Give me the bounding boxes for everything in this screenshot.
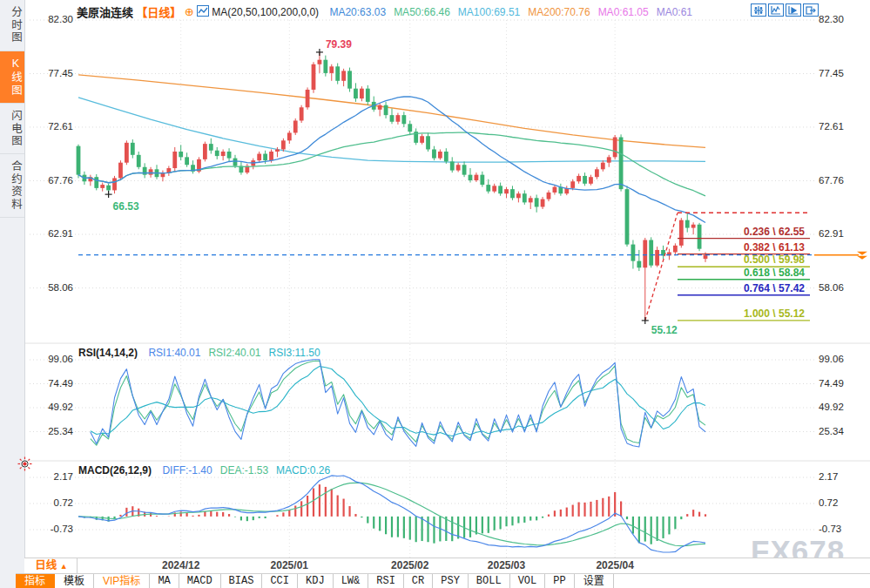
indicator-value: DIFF:-1.40 — [162, 464, 212, 476]
sidebar-item-闪电图[interactable]: 闪电图 — [0, 104, 24, 155]
fib-level-label: 0.236 \ 62.55 — [714, 226, 805, 238]
candle — [408, 124, 412, 132]
symbol-title: 美原油连续 — [77, 6, 133, 19]
candle — [577, 176, 581, 181]
candle — [233, 159, 238, 166]
candle — [607, 157, 611, 162]
price-axis-label-right: 62.91 — [819, 228, 844, 239]
candle — [450, 161, 455, 170]
rsi-axis-label-right: 74.49 — [819, 378, 844, 389]
candle — [77, 146, 81, 175]
macd-axis-label-left: 0.72 — [28, 497, 73, 508]
toolbar-tab-VIP指标[interactable]: VIP指标 — [94, 574, 150, 588]
toolbar-tab-BIAS[interactable]: BIAS — [221, 574, 263, 588]
candle — [300, 107, 304, 120]
candle — [137, 155, 141, 167]
candle — [583, 176, 587, 184]
indicator-value: RSI1:40.01 — [148, 347, 200, 359]
chart-playback-icon[interactable] — [786, 3, 801, 17]
toolbar-tab-MACD[interactable]: MACD — [179, 574, 221, 588]
chart-type-icon — [197, 5, 209, 19]
macd-axis-label-right: 2.17 — [819, 471, 838, 482]
axis-scale-icon[interactable] — [768, 3, 784, 17]
low-price-label: 55.12 — [651, 324, 678, 336]
macd-header: MACD(26,12,9) DIFF:-1.40DEA:-1.53MACD:0.… — [78, 464, 330, 476]
trading-app: 分时图K线图闪电图合约资料 美原油连续 【日线】 ⊕ MA(20,50,100,… — [0, 0, 870, 588]
toolbar-tab-BOLL[interactable]: BOLL — [469, 574, 510, 588]
date-axis-label: 2025/02 — [391, 559, 428, 571]
toolbar-tab-CR[interactable]: CR — [404, 574, 433, 588]
ma-value: MA0:61.05 — [598, 6, 649, 18]
candle — [529, 198, 533, 202]
candle — [462, 165, 467, 174]
candle — [360, 89, 364, 98]
price-axis-label-left: 82.30 — [28, 14, 73, 24]
candle — [426, 136, 430, 149]
high-price-label: 79.39 — [326, 38, 352, 51]
ma-value: MA50:66.46 — [394, 6, 450, 18]
candle — [287, 132, 292, 140]
candle — [149, 169, 153, 174]
add-indicator-icon[interactable]: ⊕ — [185, 5, 194, 18]
toolbar-tab-指标[interactable]: 指标 — [16, 574, 55, 588]
candle — [444, 152, 448, 161]
indicator-value: RSI3:11.50 — [268, 347, 320, 359]
sidebar-item-合约资料[interactable]: 合约资料 — [0, 154, 24, 218]
candle — [625, 189, 630, 244]
candle — [438, 152, 442, 159]
fib-level-label: 0.500 \ 59.98 — [714, 253, 805, 266]
candle — [100, 185, 105, 188]
detach-window-icon[interactable] — [803, 3, 819, 17]
live-alert-icon[interactable] — [17, 456, 32, 475]
rsi-axis-label-left: 25.34 — [28, 426, 73, 436]
rsi-axis-label-left: 49.92 — [28, 402, 73, 412]
candle — [456, 165, 461, 170]
toolbar-tab-RSI[interactable]: RSI — [368, 574, 404, 588]
candle — [269, 152, 273, 160]
candle — [655, 250, 659, 266]
candle — [390, 115, 395, 122]
candle — [619, 138, 624, 190]
candle — [221, 152, 226, 156]
period-tag: 【日线】 — [136, 6, 181, 19]
toolbar-tab-VOL[interactable]: VOL — [510, 574, 546, 588]
date-axis-label: 2024/12 — [162, 559, 199, 571]
candle — [172, 152, 177, 168]
date-axis-label: 2025/04 — [596, 559, 633, 571]
sidebar-item-K线图[interactable]: K线图 — [0, 51, 24, 104]
candle — [613, 138, 617, 158]
rsi-axis-label-left: 99.06 — [28, 354, 73, 364]
rsi-axis-label-right: 25.34 — [819, 426, 844, 436]
candle — [227, 152, 232, 159]
toolbar-tab-PSY[interactable]: PSY — [433, 574, 469, 588]
price-axis-label-right: 58.06 — [819, 282, 844, 293]
toolbar-tab-CCI[interactable]: CCI — [262, 574, 298, 588]
chart-toolbar-icons — [751, 3, 819, 17]
rsi-axis-label-right: 99.06 — [819, 354, 844, 364]
candle — [547, 193, 551, 199]
toolbar-tab-LW&[interactable]: LW& — [334, 574, 369, 588]
ma-values: MA20:63.03MA50:66.46MA100:69.51MA200:70.… — [321, 5, 692, 17]
toolbar-tab-MA[interactable]: MA — [150, 574, 179, 588]
candle — [257, 154, 261, 161]
candle — [384, 105, 388, 115]
toolbar-tab-PP[interactable]: PP — [545, 574, 574, 588]
toolbar-tab-模板[interactable]: 模板 — [55, 574, 94, 588]
ma-value: MA20:63.03 — [329, 6, 386, 18]
macd-axis-label-left: 2.17 — [28, 471, 73, 482]
rsi-header: RSI(14,14,2) RSI1:40.01RSI2:40.01RSI3:11… — [78, 347, 320, 359]
candle — [541, 199, 545, 207]
candle — [553, 187, 557, 193]
toolbar-tab-KDJ[interactable]: KDJ — [298, 574, 334, 588]
candle — [312, 64, 316, 90]
ma-value: MA0:61 — [657, 6, 692, 18]
candle — [475, 175, 479, 180]
price-axis-label-left: 62.91 — [28, 228, 73, 239]
candle — [469, 175, 473, 180]
candle — [492, 186, 496, 191]
pan-crosshair-icon[interactable] — [751, 3, 766, 17]
toolbar-tab-设置[interactable]: 设置 — [575, 574, 614, 588]
sidebar-item-分时图[interactable]: 分时图 — [0, 0, 24, 51]
period-selector[interactable]: 日线 ▲ — [26, 558, 78, 573]
date-axis-label: 2025/03 — [488, 559, 525, 571]
